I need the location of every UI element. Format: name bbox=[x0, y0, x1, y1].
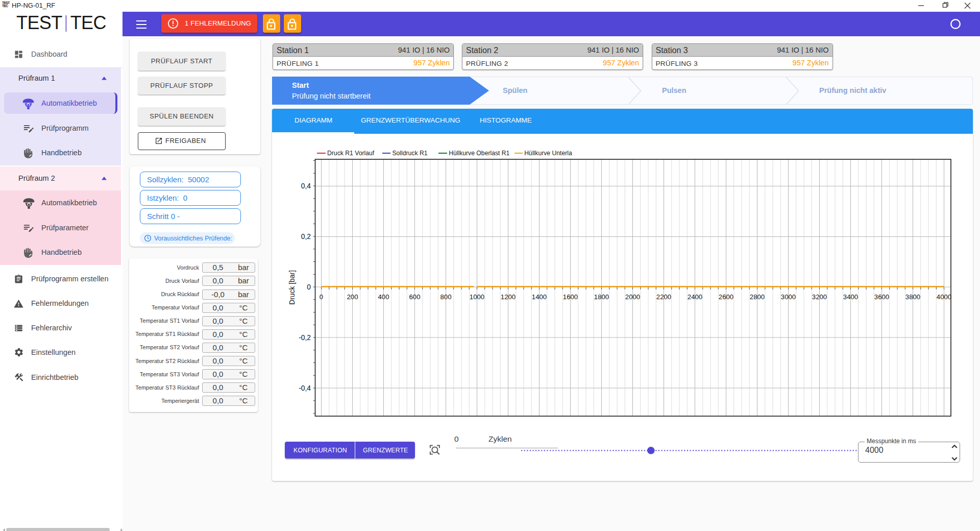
svg-text:1400: 1400 bbox=[532, 293, 547, 301]
svg-text:2200: 2200 bbox=[656, 293, 671, 301]
svg-text:2000: 2000 bbox=[625, 293, 640, 301]
svg-text:2400: 2400 bbox=[688, 293, 702, 301]
svg-text:3600: 3600 bbox=[874, 293, 889, 301]
svg-text:3800: 3800 bbox=[905, 293, 920, 301]
svg-text:2800: 2800 bbox=[750, 293, 765, 301]
svg-text:4000: 4000 bbox=[937, 293, 951, 301]
svg-text:200: 200 bbox=[347, 293, 358, 301]
svg-text:0: 0 bbox=[320, 293, 323, 301]
svg-text:3000: 3000 bbox=[781, 293, 796, 301]
svg-text:2600: 2600 bbox=[719, 293, 733, 301]
svg-text:1800: 1800 bbox=[594, 293, 609, 301]
svg-text:0,2: 0,2 bbox=[301, 233, 311, 240]
svg-text:0: 0 bbox=[307, 283, 311, 291]
svg-text:1000: 1000 bbox=[470, 293, 484, 301]
svg-text:3400: 3400 bbox=[843, 293, 858, 301]
svg-text:Druck [bar]: Druck [bar] bbox=[288, 270, 296, 304]
svg-text:600: 600 bbox=[409, 293, 420, 301]
svg-text:0,4: 0,4 bbox=[301, 182, 311, 190]
svg-text:3200: 3200 bbox=[812, 293, 827, 301]
svg-text:400: 400 bbox=[378, 293, 389, 301]
svg-text:-0,2: -0,2 bbox=[299, 334, 311, 342]
svg-text:1200: 1200 bbox=[501, 293, 516, 301]
svg-text:800: 800 bbox=[440, 293, 451, 301]
svg-text:-0,4: -0,4 bbox=[299, 384, 311, 392]
svg-text:1600: 1600 bbox=[563, 293, 578, 301]
